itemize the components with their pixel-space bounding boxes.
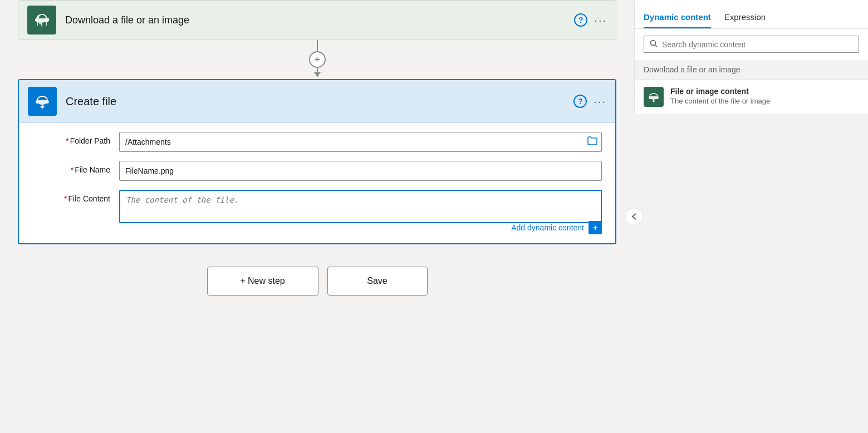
folder-path-label: *Folder Path (32, 132, 110, 145)
dynamic-content-item[interactable]: File or image content The content of the… (635, 80, 868, 114)
add-dynamic-content-link[interactable]: Add dynamic content (511, 223, 584, 232)
cloud-upload-icon (33, 94, 51, 109)
file-name-row: *File Name (32, 161, 602, 181)
file-content-input-wrapper: Add dynamic content + (119, 190, 602, 234)
bottom-actions: + New step Save (207, 267, 428, 296)
create-file-card-header: Create file ? ··· (19, 80, 615, 123)
file-name-input-wrapper (119, 161, 602, 181)
create-file-action-card: Create file ? ··· *Folder Path (18, 79, 616, 244)
search-dynamic-content-input[interactable] (662, 40, 853, 49)
file-image-icon (648, 91, 660, 102)
browse-folder-button[interactable] (587, 136, 597, 147)
download-action-card: ↓ Download a file or an image ? ··· (18, 0, 616, 40)
content-item-icon (644, 87, 664, 107)
step-connector: + (309, 40, 326, 79)
right-panel: Dynamic content Expression Download a fi… (634, 0, 868, 114)
create-file-card-actions: ? ··· (573, 95, 606, 108)
add-dynamic-content-button[interactable]: + (589, 221, 602, 234)
create-file-card-icon (28, 87, 57, 116)
file-name-input[interactable] (119, 161, 602, 181)
tab-expression[interactable]: Expression (724, 6, 766, 28)
create-file-form: *Folder Path *File Name (19, 123, 615, 243)
connector-arrow (317, 68, 318, 77)
create-file-card-title: Create file (66, 95, 573, 108)
right-panel-wrapper: Dynamic content Expression Download a fi… (634, 0, 868, 433)
cloud-icon: ↓ (33, 12, 51, 28)
content-item-title: File or image content (670, 87, 770, 96)
download-more-button[interactable]: ··· (594, 14, 607, 27)
connector-line-top (317, 40, 318, 51)
panel-collapse-button[interactable] (625, 208, 643, 225)
panel-tabs: Dynamic content Expression (635, 0, 868, 29)
search-box (644, 36, 859, 53)
file-content-required: * (64, 194, 67, 203)
download-card-actions: ? ··· (574, 13, 607, 27)
add-step-button[interactable]: + (309, 51, 326, 68)
chevron-left-icon (631, 213, 637, 220)
file-content-textarea[interactable] (119, 190, 602, 223)
folder-path-input-wrapper (119, 132, 602, 152)
folder-path-required: * (66, 136, 68, 145)
new-step-button[interactable]: + New step (207, 267, 318, 296)
download-card-title: Download a file or an image (65, 14, 574, 26)
search-icon (650, 40, 658, 49)
tab-dynamic-content[interactable]: Dynamic content (644, 6, 711, 28)
create-file-more-button[interactable]: ··· (594, 95, 606, 108)
download-help-button[interactable]: ? (574, 13, 587, 27)
content-item-text: File or image content The content of the… (670, 87, 770, 105)
svg-line-5 (655, 45, 658, 47)
file-name-label: *File Name (32, 161, 110, 174)
file-content-label: *File Content (32, 190, 110, 203)
folder-path-row: *Folder Path (32, 132, 602, 152)
create-file-help-button[interactable]: ? (573, 95, 587, 108)
svg-point-4 (651, 41, 656, 46)
folder-path-input[interactable] (119, 132, 602, 152)
save-button[interactable]: Save (327, 267, 428, 296)
download-card-icon: ↓ (27, 6, 56, 35)
file-name-required: * (71, 165, 73, 174)
file-content-row: *File Content Add dynamic content + (32, 190, 602, 234)
folder-icon (587, 136, 597, 145)
content-item-description: The content of the file or image (670, 97, 770, 105)
dynamic-content-section-header: Download a file or an image (635, 60, 868, 80)
